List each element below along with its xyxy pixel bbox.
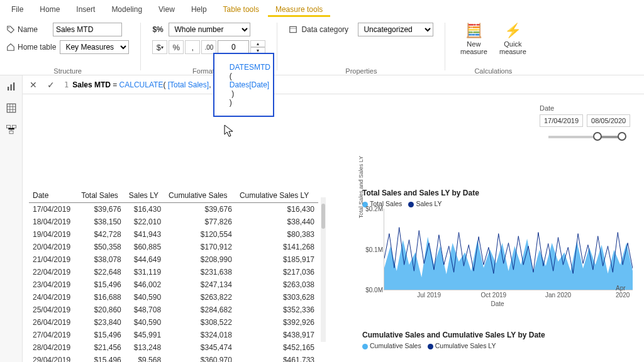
col-cum-sales-ly[interactable]: Cumulative Sales LY	[236, 189, 318, 203]
ribbon-group-calculations: 🧮 New measure ⚡ Quick measure Calculatio…	[457, 23, 530, 75]
slicer-title: Date	[540, 104, 634, 112]
decimals-up[interactable]: ▴	[250, 40, 265, 47]
data-category-label: Data category	[301, 25, 354, 34]
chart1-xlabel: Date	[362, 300, 633, 307]
table-row[interactable]: 26/04/2019$23,840$40,590$308,522$392,926	[29, 316, 318, 329]
slicer-knob-start[interactable]	[593, 132, 602, 141]
date-slicer[interactable]: Date 17/04/2019 08/05/2020	[540, 104, 634, 138]
chart2-legend: Cumulative Sales Cumulative Sales LY	[362, 342, 633, 349]
table-header-row: Date Total Sales Sales LY Cumulative Sal…	[29, 189, 318, 203]
col-cum-sales[interactable]: Cumulative Sales	[165, 189, 236, 203]
cursor-icon	[224, 124, 234, 140]
chart1-ylabel: Total Sales and Sales LY	[358, 155, 364, 217]
tag-icon	[6, 25, 15, 34]
home-icon	[6, 43, 15, 52]
svg-rect-2	[8, 87, 9, 90]
svg-rect-8	[9, 131, 13, 134]
slicer-knob-end[interactable]	[618, 132, 626, 141]
table-row[interactable]: 22/04/2019$22,648$31,119$231,638$217,036	[29, 266, 318, 278]
menu-home[interactable]: Home	[32, 2, 67, 17]
chart-total-sales[interactable]: Total Sales and Sales LY by Date Total S…	[362, 189, 633, 307]
svg-point-0	[8, 27, 9, 28]
col-total-sales[interactable]: Total Sales	[77, 189, 125, 203]
chart-cumulative-sales[interactable]: Cumulative Sales and Cumulative Sales LY…	[362, 331, 633, 351]
menu-insert[interactable]: Insert	[69, 2, 103, 17]
format-select[interactable]: Whole number	[169, 23, 250, 36]
ribbon-sep-3	[445, 23, 445, 70]
table-row[interactable]: 20/04/2019$50,358$60,885$170,912$141,268	[29, 241, 318, 253]
report-view-icon[interactable]	[5, 80, 18, 93]
table-row[interactable]: 23/04/2019$15,496$46,002$247,134$263,038	[29, 278, 318, 291]
table-row[interactable]: 17/04/2019$39,676$16,430$39,676$16,430	[29, 203, 318, 216]
properties-group-label: Properties	[345, 67, 377, 75]
table-scrollbar[interactable]	[321, 197, 326, 342]
menu-modeling[interactable]: Modeling	[104, 2, 150, 17]
svg-marker-9	[384, 237, 633, 290]
table-row[interactable]: 21/04/2019$38,078$44,649$208,990$185,917	[29, 253, 318, 266]
home-table-label: Home table	[6, 43, 56, 52]
table-visual[interactable]: Date Total Sales Sales LY Cumulative Sal…	[29, 189, 318, 352]
formula-cancel-button[interactable]: ✕	[26, 78, 40, 92]
menu-help[interactable]: Help	[184, 2, 214, 17]
calculations-group-label: Calculations	[474, 67, 512, 75]
measure-name-input[interactable]	[53, 23, 122, 36]
slicer-start-date[interactable]: 17/04/2019	[540, 114, 583, 127]
model-view-icon[interactable]	[5, 123, 18, 136]
menu-measure-tools[interactable]: Measure tools	[268, 2, 330, 17]
format-icon: $%	[152, 25, 163, 34]
menu-bar: File Home Insert Modeling View Help Tabl…	[0, 0, 644, 19]
menu-file[interactable]: File	[4, 2, 31, 17]
svg-rect-4	[13, 82, 14, 90]
ribbon-sep-2	[277, 23, 277, 70]
svg-rect-7	[12, 125, 16, 128]
table-row[interactable]: 24/04/2019$16,688$40,590$263,822$303,628	[29, 291, 318, 304]
data-view-icon[interactable]	[5, 102, 18, 114]
slicer-end-date[interactable]: 08/05/2020	[587, 114, 630, 127]
category-icon	[289, 25, 297, 34]
menu-view[interactable]: View	[151, 2, 182, 17]
ribbon-group-properties: Data category Uncategorized Properties	[289, 23, 433, 75]
data-category-select[interactable]: Uncategorized	[358, 23, 433, 36]
svg-rect-1	[290, 26, 297, 32]
formula-bar[interactable]: ✕ ✓ 1 Sales MTD = CALCULATE ( [Total Sal…	[23, 75, 644, 94]
col-date[interactable]: Date	[29, 189, 77, 203]
calculator-icon: 🧮	[465, 23, 482, 39]
table-row[interactable]: 29/04/2019$15,496$9,568$360,970$461,733	[29, 354, 318, 362]
chart1-plot[interactable]: Total Sales and Sales LY $0.2M $0.1M $0.…	[384, 209, 633, 290]
format-icon-label: $%	[152, 25, 165, 34]
slicer-track[interactable]	[548, 136, 625, 138]
view-switcher	[0, 75, 23, 362]
menu-table-tools[interactable]: Table tools	[216, 2, 267, 17]
table-row[interactable]: 27/04/2019$15,496$45,991$324,018$438,917	[29, 329, 318, 341]
chart2-title: Cumulative Sales and Cumulative Sales LY…	[362, 331, 633, 339]
svg-rect-6	[6, 125, 10, 128]
new-measure-button[interactable]: 🧮 New measure	[457, 23, 491, 55]
svg-rect-3	[10, 84, 11, 90]
quick-measure-icon: ⚡	[504, 23, 521, 39]
table-row[interactable]: 25/04/2019$20,860$48,708$284,682$352,336	[29, 304, 318, 316]
formula-line-number: 1	[64, 80, 69, 89]
table-row[interactable]: 18/04/2019$38,150$22,010$77,826$38,440	[29, 216, 318, 228]
chart1-legend: Total Sales Sales LY	[362, 200, 633, 207]
report-canvas[interactable]: Date 17/04/2019 08/05/2020 Date Total Sa…	[23, 94, 644, 362]
quick-measure-button[interactable]: ⚡ Quick measure	[496, 23, 530, 55]
name-label: Name	[6, 25, 49, 34]
col-sales-ly[interactable]: Sales LY	[125, 189, 165, 203]
chart1-title: Total Sales and Sales LY by Date	[362, 189, 633, 197]
table-row[interactable]: 28/04/2019$21,456$13,248$345,474$452,165	[29, 341, 318, 354]
table-row[interactable]: 19/04/2019$42,728$41,943$120,554$80,383	[29, 228, 318, 241]
formula-commit-button[interactable]: ✓	[44, 78, 58, 92]
svg-rect-5	[7, 104, 16, 112]
